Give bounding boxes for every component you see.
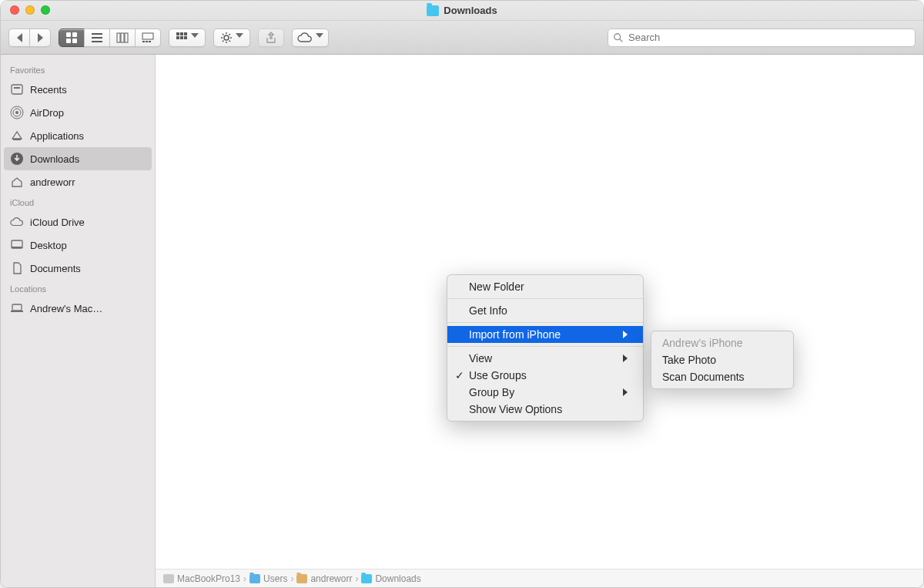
folder-icon	[249, 574, 260, 583]
submenu-arrow-icon	[623, 331, 628, 338]
svg-point-25	[15, 111, 18, 114]
view-switcher	[59, 29, 161, 47]
sidebar-item-label: Documents	[30, 263, 81, 274]
svg-rect-10	[142, 33, 153, 39]
path-bar: MacBookPro13 › Users › andreworr › Downl…	[156, 569, 923, 587]
svg-rect-1	[72, 32, 77, 37]
airdrop-icon	[10, 106, 24, 119]
svg-rect-9	[125, 33, 128, 42]
svg-rect-15	[180, 32, 183, 35]
downloads-folder-icon	[361, 574, 372, 583]
svg-rect-14	[176, 32, 179, 35]
share-icon	[265, 32, 277, 44]
sidebar-item-documents[interactable]: Documents	[1, 257, 155, 280]
path-separator: ›	[243, 573, 246, 584]
path-component-downloads[interactable]: Downloads	[361, 573, 420, 584]
sidebar-item-label: Recents	[30, 84, 67, 96]
path-component-home[interactable]: andreworr	[296, 573, 352, 584]
chevron-right-icon	[38, 33, 43, 42]
menu-item-use-groups[interactable]: Use Groups	[447, 367, 643, 384]
sidebar-item-home[interactable]: andreworr	[1, 170, 155, 193]
menu-separator	[447, 298, 643, 299]
submenu-item-scan-documents[interactable]: Scan Documents	[651, 368, 793, 385]
path-component-computer[interactable]: MacBookPro13	[163, 573, 240, 584]
svg-rect-6	[92, 41, 102, 42]
content-area[interactable]: New Folder Get Info Import from iPhone V…	[156, 55, 923, 587]
svg-rect-31	[12, 247, 22, 248]
minimize-button[interactable]	[25, 5, 35, 15]
downloads-folder-icon	[427, 5, 439, 16]
icloud-menu-button[interactable]	[292, 29, 329, 47]
svg-point-20	[224, 35, 229, 40]
list-view-icon	[91, 32, 103, 44]
sidebar-item-label: AirDrop	[30, 107, 64, 119]
sidebar-item-label: iCloud Drive	[30, 217, 85, 228]
sidebar-section-favorites: Favorites	[1, 61, 155, 78]
path-separator: ›	[355, 573, 358, 584]
menu-item-group-by[interactable]: Group By	[447, 384, 643, 401]
sidebar-item-downloads[interactable]: Downloads	[4, 147, 152, 170]
chevron-down-icon	[316, 33, 323, 42]
zoom-button[interactable]	[41, 5, 50, 15]
svg-rect-11	[142, 41, 145, 42]
search-field[interactable]	[608, 29, 916, 47]
sidebar-item-label: Desktop	[30, 240, 67, 251]
search-icon	[613, 32, 624, 43]
chevron-down-icon	[236, 33, 243, 42]
sidebar: Favorites Recents AirDrop Applications D…	[1, 55, 156, 587]
chevron-left-icon	[17, 33, 22, 42]
back-button[interactable]	[8, 29, 30, 47]
svg-rect-3	[72, 39, 77, 43]
documents-icon	[10, 261, 24, 275]
view-columns-button[interactable]	[109, 29, 136, 47]
svg-line-22	[620, 39, 623, 42]
share-button[interactable]	[258, 29, 284, 47]
submenu-item-take-photo[interactable]: Take Photo	[651, 351, 793, 368]
svg-rect-19	[184, 36, 187, 39]
search-input[interactable]	[628, 32, 910, 43]
svg-point-21	[614, 33, 621, 39]
sidebar-item-computer[interactable]: Andrew's Mac…	[1, 297, 155, 320]
sidebar-section-locations: Locations	[1, 280, 155, 297]
menu-item-get-info[interactable]: Get Info	[447, 302, 643, 319]
svg-rect-5	[92, 37, 102, 39]
svg-rect-33	[11, 311, 23, 312]
close-button[interactable]	[10, 5, 19, 15]
toolbar	[1, 21, 923, 55]
chevron-down-icon	[191, 33, 199, 42]
context-menu: New Folder Get Info Import from iPhone V…	[447, 274, 644, 422]
svg-rect-4	[92, 33, 102, 35]
menu-item-new-folder[interactable]: New Folder	[447, 278, 643, 295]
submenu-arrow-icon	[623, 388, 628, 396]
cloud-icon	[297, 32, 313, 44]
submenu-device-header: Andrew's iPhone	[651, 334, 793, 351]
downloads-icon	[10, 152, 24, 166]
sidebar-item-applications[interactable]: Applications	[1, 124, 155, 147]
sidebar-item-icloud-drive[interactable]: iCloud Drive	[1, 210, 155, 234]
svg-rect-8	[121, 33, 124, 42]
desktop-icon	[10, 238, 24, 252]
cloud-icon	[10, 215, 24, 229]
forward-button[interactable]	[29, 29, 51, 47]
window-title: Downloads	[444, 5, 497, 16]
svg-rect-13	[149, 41, 151, 42]
menu-separator	[447, 322, 643, 323]
action-menu-button[interactable]	[213, 29, 250, 47]
view-icons-button[interactable]	[59, 29, 85, 47]
group-menu-button[interactable]	[169, 29, 206, 47]
menu-item-show-view-options[interactable]: Show View Options	[447, 401, 643, 418]
sidebar-item-recents[interactable]: Recents	[1, 78, 155, 101]
menu-item-view[interactable]: View	[447, 350, 643, 367]
path-component-users[interactable]: Users	[249, 573, 287, 584]
titlebar: Downloads	[1, 1, 923, 21]
menu-item-import-from-iphone[interactable]: Import from iPhone	[447, 326, 643, 343]
sidebar-item-desktop[interactable]: Desktop	[1, 234, 155, 257]
view-gallery-button[interactable]	[135, 29, 161, 47]
sidebar-item-airdrop[interactable]: AirDrop	[1, 101, 155, 124]
gallery-view-icon	[142, 32, 154, 44]
sidebar-section-icloud: iCloud	[1, 193, 155, 210]
svg-rect-2	[66, 39, 71, 43]
menu-separator	[447, 346, 643, 347]
view-list-button[interactable]	[84, 29, 110, 47]
sidebar-item-label: Applications	[30, 130, 84, 142]
